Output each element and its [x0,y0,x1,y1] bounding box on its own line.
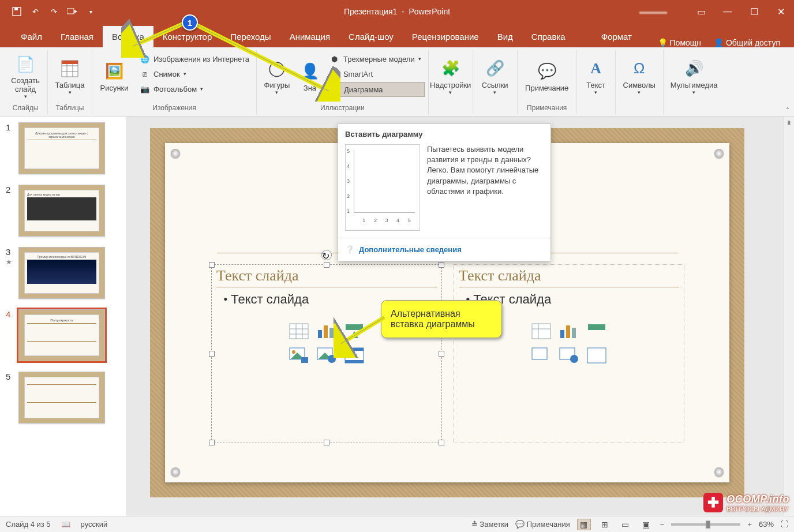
spellcheck-icon[interactable]: 📖 [61,520,70,529]
slideshow-view-icon[interactable]: ▣ [639,519,653,530]
watermark-plus-icon: ✚ [703,493,723,512]
normal-view-icon[interactable]: ▦ [577,519,591,530]
thumb-4[interactable]: Популярность [18,309,105,361]
vertical-scrollbar[interactable]: ▴ ▾ ⇞ ⇟ [784,117,794,516]
symbols-button[interactable]: ΩСимволы▾ [619,50,660,102]
media-button[interactable]: 🔊Мультимедиа▾ [667,50,721,102]
group-tables: Таблица▾ Таблицы [48,50,92,114]
close-button[interactable]: ✕ [767,0,794,23]
screenshot-button[interactable]: ⎚Снимок ▾ [136,67,253,81]
smartart-icon: ⚙ [329,69,340,79]
content-placeholder-left[interactable]: ↻ Текст слайда • Текст слайда [211,264,442,443]
tab-format[interactable]: Формат [592,26,641,47]
insert-chart-icon[interactable] [559,323,579,339]
insert-video-icon[interactable] [587,347,606,364]
thumb-1[interactable]: Лучшие программы для записи видео с экра… [18,122,105,174]
tab-transitions[interactable]: Переходы [221,26,280,47]
photo-album-button[interactable]: 📷Фотоальбом ▾ [136,82,253,96]
new-slide-icon: 📄 [16,54,35,74]
qat-dropdown-icon[interactable]: ▾ [85,6,96,17]
textbox-icon: A [586,59,606,78]
account-pill[interactable]: ▬▬▬▬ [619,0,688,23]
slide-counter: Слайд 4 из 5 [6,520,51,529]
online-pictures-icon: 🌐 [140,54,150,64]
tab-file[interactable]: Файл [12,26,51,47]
tab-view[interactable]: Вид [488,26,522,47]
new-slide-button[interactable]: 📄 Создать слайд▾ [7,50,44,102]
insert-smartart-icon[interactable] [344,323,364,339]
pictures-button[interactable]: 🖼️ Рисунки [96,50,133,102]
ribbon-display-icon[interactable]: ▭ [688,0,714,23]
svg-rect-41 [532,348,547,359]
smartart-button[interactable]: ⚙SmartArt [326,67,425,81]
chart-button[interactable]: Диаграмма [326,82,425,97]
album-icon: 📷 [140,84,150,94]
svg-rect-18 [318,330,322,338]
notes-button[interactable]: ≛ Заметки [471,520,508,529]
speaker-icon: 🔊 [684,59,704,78]
language-indicator[interactable]: русский [81,520,108,529]
text-button[interactable]: AТекст▾ [580,50,612,102]
insert-online-picture-icon[interactable] [559,347,579,364]
insert-smartart-icon[interactable] [587,323,606,339]
link-icon: 🔗 [485,59,505,78]
tell-me[interactable]: 💡 Помощн [658,38,701,47]
icons-button[interactable]: 👤 Зна [297,50,323,102]
zoom-out-icon[interactable]: − [660,520,665,529]
thumb-3[interactable]: Пример записи видео из BANDICAM [18,247,105,299]
share-button[interactable]: 👤 Общий доступ [714,38,780,47]
content-placeholder-right[interactable]: Текст слайда • Текст слайда [454,264,684,443]
online-pictures-button[interactable]: 🌐Изображения из Интернета [136,52,253,66]
svg-marker-22 [350,331,358,338]
table-button[interactable]: Таблица▾ [51,50,88,102]
tab-animations[interactable]: Анимация [280,26,339,47]
svg-point-29 [328,355,336,363]
chart-tooltip: Вставить диаграмму 54321 12345 Пытаетесь… [338,123,551,261]
collapse-ribbon-icon[interactable]: ˄ [786,107,789,115]
shapes-button[interactable]: ◯ Фигуры▾ [260,50,294,102]
tab-review[interactable]: Рецензирование [403,26,488,47]
maximize-button[interactable]: ☐ [741,0,767,23]
3d-models-button[interactable]: ⬢Трехмерные модели ▾ [326,52,425,66]
svg-rect-34 [532,324,550,339]
slide-thumbnails[interactable]: 1 Лучшие программы для записи видео с эк… [0,117,127,516]
thumb-5[interactable] [18,372,105,424]
save-icon[interactable] [12,6,22,17]
start-from-beginning-icon[interactable] [67,6,77,17]
sorter-view-icon[interactable]: ⊞ [598,519,612,530]
omega-icon: Ω [630,59,649,78]
comment-button[interactable]: 💬Примечание [521,50,573,102]
links-button[interactable]: 🔗Ссылки▾ [477,50,514,102]
tab-help[interactable]: Справка [522,26,575,47]
svg-rect-12 [336,90,339,93]
undo-icon[interactable]: ↶ [30,6,40,17]
tab-slideshow[interactable]: Слайд-шоу [339,26,403,47]
insert-picture-icon[interactable] [531,347,551,364]
insert-picture-icon[interactable] [289,347,309,364]
comments-button[interactable]: 💬 Примечания [515,520,570,529]
rotate-handle[interactable]: ↻ [321,250,332,260]
redo-icon[interactable]: ↷ [48,6,59,17]
insert-table-icon[interactable] [289,323,309,339]
zoom-level[interactable]: 63% [759,520,774,529]
zoom-in-icon[interactable]: + [747,520,752,529]
ribbon-tabs: Файл Главная Вставка Конструктор Переход… [0,23,794,47]
svg-rect-39 [572,328,576,338]
tab-home[interactable]: Главная [51,26,103,47]
fit-to-window-icon[interactable]: ⛶ [781,520,788,529]
insert-video-icon[interactable] [344,347,364,364]
svg-rect-11 [334,87,336,93]
insert-online-picture-icon[interactable] [317,347,336,364]
svg-rect-10 [331,89,333,93]
insert-chart-icon[interactable] [317,323,336,339]
tab-insert[interactable]: Вставка [103,26,153,47]
reading-view-icon[interactable]: ▭ [619,519,632,530]
addins-button[interactable]: 🧩Надстройки▾ [432,50,469,102]
zoom-slider[interactable] [671,523,740,526]
minimize-button[interactable]: — [714,0,741,23]
insert-table-icon[interactable] [531,323,551,339]
group-addins: 🧩Надстройки▾ [429,50,473,114]
thumb-2[interactable]: Для записи видео из игр [18,185,105,237]
tooltip-more-link[interactable]: ❔ Дополнительные сведения [338,238,550,261]
svg-rect-2 [67,9,74,14]
